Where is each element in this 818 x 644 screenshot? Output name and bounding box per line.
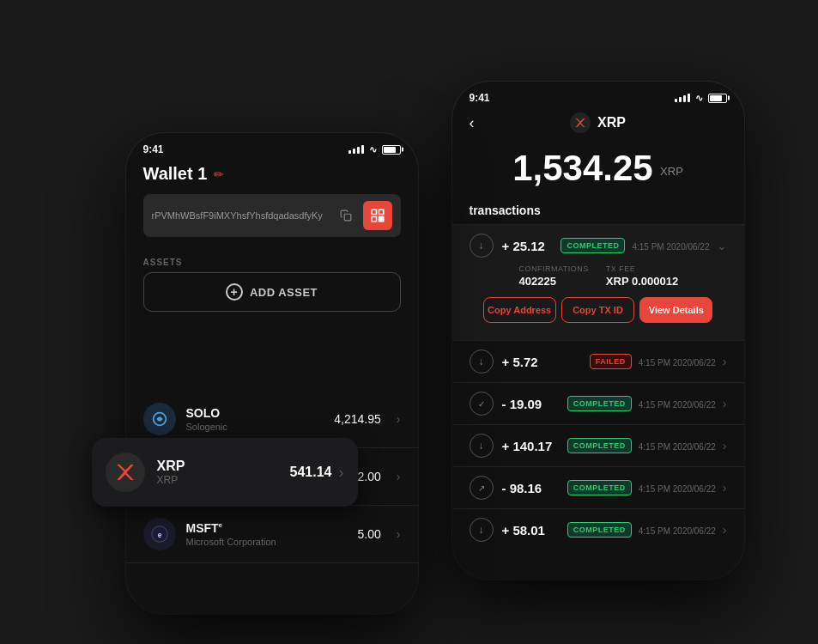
- tx-expand-icon-6[interactable]: ›: [723, 523, 727, 537]
- msft-icon: e: [143, 518, 176, 550]
- wallet-title-text: Wallet 1: [143, 164, 208, 184]
- svg-rect-2: [379, 210, 383, 214]
- xrp-balance-amount: 1,534.25: [512, 148, 653, 188]
- xrp-floating-card[interactable]: XRP XRP 541.14 ›: [92, 438, 358, 507]
- time-front: 9:41: [143, 143, 164, 155]
- wallet-header: Wallet 1 ✏ rPVMhWBsfF9iMXYhsfYhsfdqadasd…: [126, 161, 418, 249]
- tx-row-2: ↓ + 5.72 FAILED 4:15 PM 2020/06/22 ›: [470, 349, 727, 374]
- tx-right-5: COMPLETED 4:15 PM 2020/06/22 ›: [567, 480, 727, 495]
- svg-rect-4: [379, 217, 380, 219]
- svg-rect-5: [381, 220, 383, 222]
- transaction-item-1[interactable]: ↓ + 25.12 COMPLETED 4:15 PM 2020/06/22 ⌄…: [452, 224, 744, 340]
- tx-status-4: COMPLETED: [567, 438, 632, 453]
- tx-row-6: ↓ + 58.01 COMPLETED 4:15 PM 2020/06/22 ›: [470, 518, 727, 542]
- tx-right-3: COMPLETED 4:15 PM 2020/06/22 ›: [567, 396, 727, 411]
- edit-icon[interactable]: ✏: [214, 167, 224, 181]
- ntfx-chevron: ›: [397, 470, 401, 483]
- asset-item-msft[interactable]: e MSFTe Microsoft Corporation 5.00 ›: [126, 506, 418, 563]
- xrp-detail-header: ‹ XRP: [452, 109, 744, 142]
- wallet-phone: 9:41 ∿ Wallet 1 ✏ rPVMhWBs: [126, 133, 418, 614]
- status-icons-front: ∿: [348, 144, 401, 155]
- tx-fee-label: TX FEE: [606, 264, 678, 273]
- tx-status-5: COMPLETED: [567, 480, 632, 495]
- add-asset-label: ADD ASSET: [250, 286, 318, 299]
- solo-chevron: ›: [397, 412, 401, 426]
- copy-address-icon[interactable]: [336, 205, 356, 226]
- tx-expand-icon-2[interactable]: ›: [723, 355, 727, 368]
- xrp-card-chevron: ›: [339, 464, 344, 482]
- xrp-header-icon: [570, 112, 591, 133]
- tx-status-3: COMPLETED: [567, 396, 632, 411]
- address-bar: rPVMhWBsfF9iMXYhsfYhsfdqadasdfyKy: [143, 194, 401, 237]
- tx-right-4: COMPLETED 4:15 PM 2020/06/22 ›: [567, 438, 727, 453]
- add-asset-button[interactable]: + ADD ASSET: [143, 272, 401, 312]
- xrp-coin-title: XRP: [570, 112, 626, 133]
- tx-expand-icon-4[interactable]: ›: [723, 439, 727, 453]
- tx-left-2: ↓ + 5.72: [470, 349, 538, 374]
- qr-code-button[interactable]: [363, 201, 392, 230]
- tx-left-5: ↗ - 98.16: [470, 476, 542, 500]
- tx-expand-icon-5[interactable]: ›: [723, 481, 727, 495]
- tx-row-5: ↗ - 98.16 COMPLETED 4:15 PM 2020/06/22 ›: [470, 476, 727, 500]
- transaction-item-2[interactable]: ↓ + 5.72 FAILED 4:15 PM 2020/06/22 ›: [452, 340, 744, 382]
- xrp-card-info: XRP XRP: [157, 459, 290, 486]
- copy-tx-id-button[interactable]: Copy TX ID: [561, 297, 634, 323]
- xrp-card-amount: 541.14: [290, 465, 332, 480]
- tx-date-6: 4:15 PM 2020/06/22: [639, 526, 716, 536]
- svg-rect-7: [379, 220, 380, 222]
- svg-rect-6: [381, 217, 383, 219]
- svg-text:e: e: [157, 532, 161, 539]
- copy-address-button[interactable]: Copy Address: [483, 297, 556, 323]
- tx-actions-1: Copy Address Copy TX ID View Details: [470, 297, 727, 331]
- tx-date-4: 4:15 PM 2020/06/22: [639, 442, 716, 452]
- transaction-item-4[interactable]: ↓ + 140.17 COMPLETED 4:15 PM 2020/06/22 …: [452, 424, 744, 466]
- tx-receive-icon-1: ↓: [470, 234, 494, 258]
- svg-rect-0: [344, 214, 351, 221]
- ntfx-amount: 2.00: [358, 470, 381, 483]
- signal-icon: [675, 94, 690, 102]
- xrp-balance-section: 1,534.25 XRP: [452, 142, 744, 204]
- signal-icon-front: [348, 145, 364, 154]
- tx-left-4: ↓ + 140.17: [470, 434, 553, 458]
- msft-chevron: ›: [397, 527, 401, 541]
- xrp-card-spacer: [126, 317, 418, 391]
- transactions-label: transactions: [452, 204, 744, 224]
- msft-amount: 5.00: [358, 527, 381, 541]
- tx-amount-2: + 5.72: [502, 355, 538, 369]
- tx-details-1: CONFIRMATIONS 402225 TX FEE XRP 0.000012: [470, 258, 727, 297]
- xrp-balance-unit: XRP: [660, 165, 683, 178]
- tx-receive-icon-4: ↓: [470, 434, 494, 458]
- tx-row-4: ↓ + 140.17 COMPLETED 4:15 PM 2020/06/22 …: [470, 434, 727, 458]
- tx-send-icon-5: ↗: [470, 476, 494, 500]
- transaction-item-3[interactable]: ✓ - 19.09 COMPLETED 4:15 PM 2020/06/22 ›: [452, 382, 744, 424]
- view-details-button[interactable]: View Details: [639, 297, 712, 323]
- tx-left-1: ↓ + 25.12: [470, 234, 545, 258]
- wallet-address: rPVMhWBsfF9iMXYhsfYhsfdqadasdfyKy: [152, 210, 329, 221]
- tx-receive-icon-2: ↓: [470, 349, 494, 374]
- transaction-item-5[interactable]: ↗ - 98.16 COMPLETED 4:15 PM 2020/06/22 ›: [452, 466, 744, 508]
- xrp-card-name: XRP: [157, 459, 290, 474]
- tx-status-2: FAILED: [590, 354, 632, 369]
- assets-section-label: ASSETS: [126, 249, 418, 272]
- tx-left-6: ↓ + 58.01: [470, 518, 545, 542]
- wallet-title-row: Wallet 1 ✏: [143, 164, 401, 184]
- tx-date-1: 4:15 PM 2020/06/22: [632, 242, 709, 252]
- time-back: 9:41: [470, 92, 490, 104]
- tx-expand-icon-3[interactable]: ›: [723, 397, 727, 410]
- app-scene: 9:41 ∿ ‹: [75, 56, 744, 588]
- tx-amount-6: + 58.01: [502, 523, 545, 538]
- xrp-card-subtitle: XRP: [157, 474, 290, 486]
- tx-amount-4: + 140.17: [502, 439, 553, 453]
- tx-left-3: ✓ - 19.09: [470, 392, 542, 416]
- svg-rect-1: [372, 210, 376, 214]
- tx-status-1: COMPLETED: [560, 238, 625, 253]
- tx-right-1: COMPLETED 4:15 PM 2020/06/22 ⌄: [560, 238, 726, 253]
- solo-name: SOLO: [186, 406, 324, 420]
- notch-front: [221, 133, 324, 157]
- solo-info: SOLO Sologenic: [186, 406, 324, 432]
- tx-expand-icon-1[interactable]: ⌄: [717, 239, 727, 252]
- msft-subtitle: Microsoft Corporation: [186, 537, 348, 547]
- battery-icon: [708, 94, 727, 103]
- transaction-item-6[interactable]: ↓ + 58.01 COMPLETED 4:15 PM 2020/06/22 ›: [452, 508, 744, 550]
- back-button[interactable]: ‹: [470, 114, 495, 132]
